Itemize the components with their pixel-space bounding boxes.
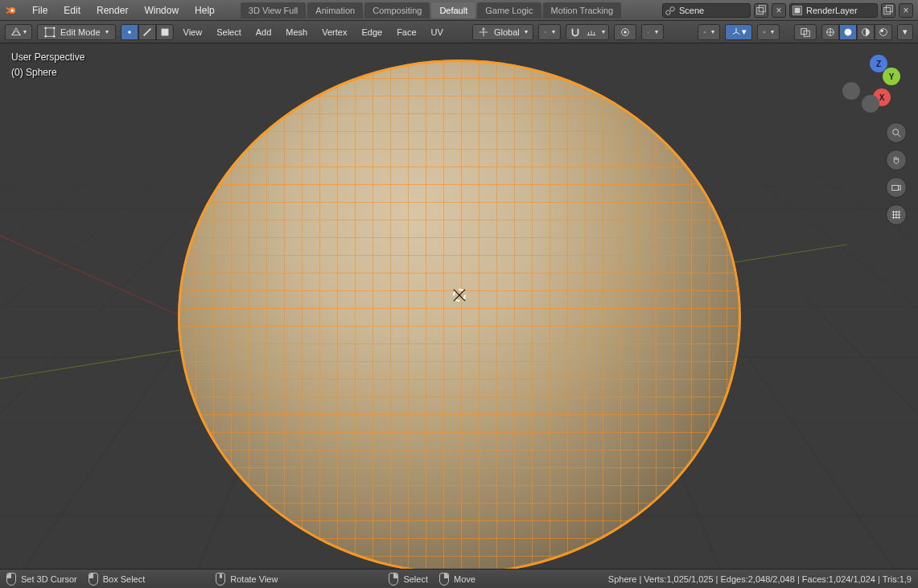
eye-icon (703, 27, 706, 38)
viewport-overlay-text: User Perspective (0) Sphere (11, 50, 84, 80)
gizmo-toggle[interactable]: ▾ (725, 24, 752, 40)
svg-point-12 (53, 27, 56, 29)
viewport-menu-select[interactable]: Select (212, 27, 246, 37)
renderlayer-icon (790, 5, 805, 16)
mode-select[interactable]: Edit Mode ▾ (37, 24, 116, 40)
svg-point-22 (705, 31, 706, 32)
scene-name-input[interactable] (677, 6, 750, 15)
svg-point-31 (881, 29, 884, 32)
shading-rendered[interactable] (875, 24, 892, 40)
editor-type-button[interactable]: ▾ (5, 24, 32, 40)
snap-toggle[interactable]: ▾ (566, 24, 609, 40)
overlay-perspective: User Perspective (11, 50, 84, 65)
transform-orientation[interactable]: Global ▾ (472, 24, 533, 40)
proportional-icon (620, 27, 631, 38)
mesh-sphere[interactable] (178, 60, 741, 569)
renderlayer-selector[interactable] (789, 3, 878, 18)
zoom-button[interactable] (886, 122, 907, 143)
svg-point-32 (893, 130, 899, 135)
mouse-left-icon (89, 573, 98, 586)
pivot-point[interactable]: ▾ (538, 24, 561, 40)
svg-point-21 (624, 31, 627, 34)
workspace-tab-3dviewfull[interactable]: 3D View Full (241, 2, 307, 19)
xray-toggle[interactable] (794, 24, 817, 40)
gizmo-axis-y[interactable]: Y (883, 68, 900, 85)
viewport-menu-mesh[interactable]: Mesh (281, 27, 312, 37)
hand-icon (891, 154, 902, 166)
chevron-down-icon: ▾ (525, 28, 528, 35)
svg-point-2 (666, 10, 670, 14)
shading-wireframe[interactable] (821, 24, 839, 40)
scene-close-button[interactable]: × (772, 3, 786, 18)
orientation-icon (478, 27, 489, 38)
scene-browse-button[interactable] (754, 3, 768, 18)
viewport-menu-add[interactable]: Add (251, 27, 277, 37)
hint-label: Box Select (103, 574, 146, 584)
viewport-menu-face[interactable]: Face (392, 27, 421, 37)
svg-point-13 (44, 35, 47, 37)
shading-mode-group (821, 24, 892, 40)
camera-view-button[interactable] (886, 177, 907, 198)
gizmo-axis-neg-y[interactable] (842, 82, 860, 100)
vertex-select-mode[interactable] (121, 24, 138, 40)
hint-select: Select (389, 573, 428, 586)
gizmo-axis-neg-z[interactable] (862, 95, 879, 113)
shading-solid[interactable] (839, 24, 857, 40)
chevron-down-icon: ▾ (552, 28, 555, 35)
proportional-falloff[interactable]: ▾ (641, 24, 664, 40)
mouse-left-icon (6, 573, 16, 586)
workspace-tab-default[interactable]: Default (431, 2, 475, 19)
scene-icon (663, 5, 677, 16)
proportional-edit[interactable] (614, 24, 636, 40)
cursor-3d (450, 286, 469, 305)
face-select-mode[interactable] (156, 24, 174, 40)
viewport-header: ▾ Edit Mode ▾ View Select Add Mesh Verte… (0, 21, 918, 43)
workspace-tab-motiontracking[interactable]: Motion Tracking (543, 2, 622, 19)
menu-render[interactable]: Render (89, 5, 136, 16)
chevron-down-icon: ▾ (742, 27, 747, 37)
svg-line-33 (898, 134, 901, 138)
viewport-menu-edge[interactable]: Edge (356, 27, 387, 37)
menu-window[interactable]: Window (136, 5, 187, 16)
object-visibility[interactable]: ▾ (698, 24, 720, 40)
svg-rect-5 (759, 5, 765, 11)
workspace-tab-animation[interactable]: Animation (307, 2, 363, 19)
menu-edit[interactable]: Edit (56, 5, 89, 16)
mouse-right-icon (439, 573, 449, 586)
pan-button[interactable] (886, 150, 907, 171)
renderlayer-close-button[interactable]: × (899, 3, 913, 18)
svg-point-14 (53, 35, 56, 37)
falloff-icon (647, 27, 650, 38)
hint-label: Set 3D Cursor (21, 574, 77, 584)
viewport-menu-view[interactable]: View (179, 27, 208, 37)
shading-options[interactable]: ▾ (897, 24, 913, 40)
svg-rect-8 (884, 7, 891, 14)
svg-rect-9 (886, 5, 892, 11)
hint-set-3d-cursor: Set 3D Cursor (6, 573, 77, 586)
scene-selector[interactable] (662, 3, 751, 18)
renderlayer-name-input[interactable] (805, 6, 877, 15)
workspace-tab-compositing[interactable]: Compositing (364, 2, 430, 19)
viewport-menu-uv[interactable]: UV (426, 27, 448, 37)
svg-point-3 (670, 6, 674, 10)
shading-lookdev[interactable] (857, 24, 875, 40)
overlays-toggle[interactable]: ▾ (757, 24, 780, 40)
workspace-tab-gamelogic[interactable]: Game Logic (477, 2, 541, 19)
svg-rect-4 (757, 7, 764, 14)
blender-logo-icon[interactable] (5, 4, 18, 17)
xray-icon (800, 27, 811, 38)
perspective-toggle-button[interactable] (886, 204, 907, 225)
orientation-label: Global (494, 27, 520, 37)
chevron-down-icon: ▾ (771, 28, 774, 35)
viewport-menu-vertex[interactable]: Vertex (317, 27, 352, 37)
edge-select-mode[interactable] (138, 24, 156, 40)
viewport-3d[interactable]: User Perspective (0) Sphere Z Y X (0, 43, 918, 569)
zoom-icon (891, 127, 902, 138)
navigation-gizmo[interactable]: Z Y X (842, 55, 900, 113)
renderlayer-browse-button[interactable] (881, 3, 895, 18)
svg-rect-34 (892, 185, 899, 190)
menu-file[interactable]: File (24, 5, 56, 16)
scene-stats: Sphere | Verts:1,025/1,025 | Edges:2,048… (608, 574, 912, 584)
menu-help[interactable]: Help (187, 5, 223, 16)
svg-rect-17 (161, 28, 168, 35)
